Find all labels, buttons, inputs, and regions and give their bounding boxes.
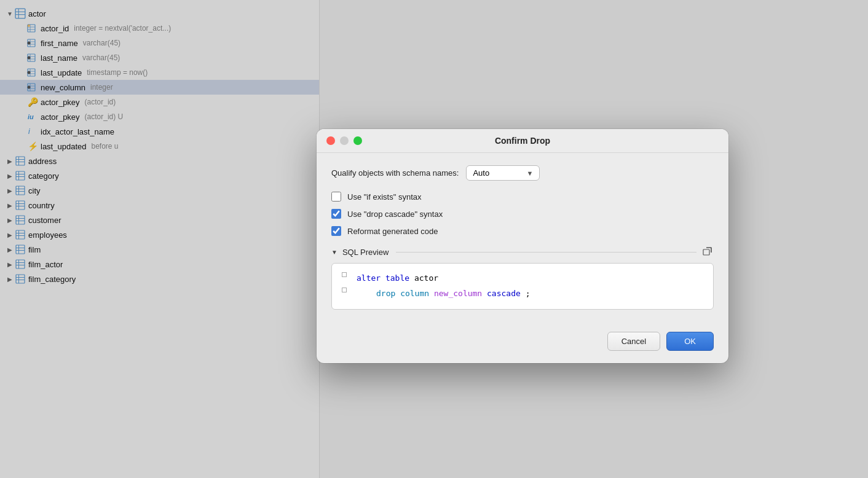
minimize-button[interactable] [340,136,349,145]
sql-preview-arrow[interactable]: ▼ [331,249,337,256]
dialog-buttons: Cancel OK [317,322,728,363]
sql-line-2: drop column new_column cascade ; [342,288,703,300]
sql-gutter-2 [342,288,352,292]
sql-text-line-2: drop column new_column cascade ; [357,288,530,300]
checkbox-row-drop-cascade: Use "drop cascade" syntax [331,209,714,219]
checkbox-label-drop-cascade[interactable]: Use "drop cascade" syntax [347,210,443,219]
sql-code-box: alter table actor drop column new_column… [331,263,714,310]
sql-line-1: alter table actor [342,272,703,285]
expand-icon[interactable] [701,246,714,258]
checkbox-row-reformat: Reformat generated code [331,226,714,236]
kw-alter: alter table [357,273,409,283]
close-button[interactable] [326,136,335,145]
qualify-row: Qualify objects with schema names: Auto … [331,165,714,181]
checkbox-row-if-exists: Use "if exists" syntax [331,192,714,202]
qualify-value: Auto [473,168,489,178]
dialog-body: Qualify objects with schema names: Auto … [317,153,728,322]
sql-actor: actor [414,273,438,283]
cancel-button[interactable]: Cancel [607,332,660,351]
window-buttons [326,136,362,145]
sql-semicolon: ; [526,289,531,298]
sql-gutter-1 [342,272,352,277]
qualify-select[interactable]: Auto ▼ [466,165,540,181]
confirm-drop-dialog: Confirm Drop Qualify objects with schema… [317,129,728,363]
svg-rect-69 [703,249,709,255]
sql-new-column: new_column [434,289,482,298]
kw-cascade: cascade [487,289,521,298]
sql-text-line-1: alter table actor [357,272,438,285]
qualify-label: Qualify objects with schema names: [331,168,459,178]
sql-preview-divider [396,252,696,253]
checkbox-label-if-exists[interactable]: Use "if exists" syntax [347,192,422,202]
checkbox-drop-cascade[interactable] [331,209,341,219]
ok-button[interactable]: OK [666,332,714,351]
dialog-title: Confirm Drop [495,136,550,146]
sql-preview-section: ▼ SQL Preview a [331,246,714,310]
checkbox-if-exists[interactable] [331,192,341,202]
dialog-titlebar: Confirm Drop [317,129,728,153]
checkbox-reformat[interactable] [331,226,341,236]
maximize-button[interactable] [353,136,362,145]
checkbox-label-reformat[interactable]: Reformat generated code [347,227,438,236]
kw-drop: drop column [376,289,429,298]
sql-gutter-marker-1 [342,272,347,277]
sql-gutter-marker-2 [342,288,347,292]
chevron-down-icon: ▼ [526,170,533,177]
sql-preview-header: ▼ SQL Preview [331,246,714,258]
sql-preview-title: SQL Preview [342,248,389,257]
